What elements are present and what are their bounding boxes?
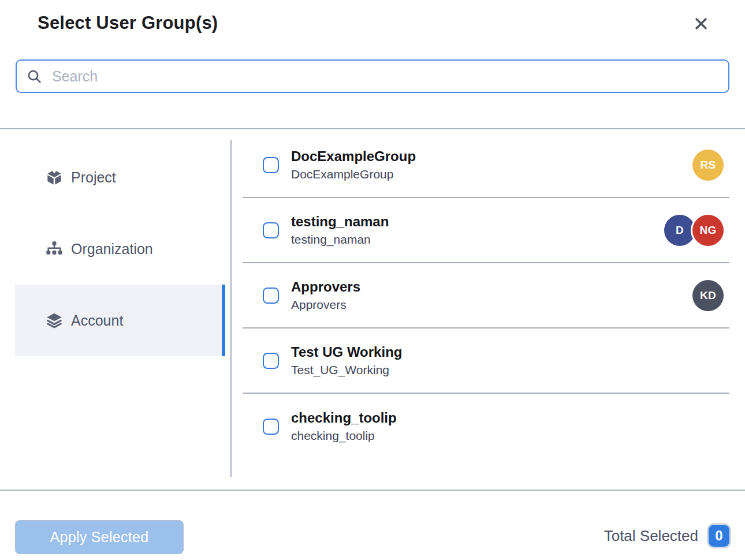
avatar: RS (692, 150, 724, 181)
select-user-groups-dialog: Select User Group(s) ProjectOrganization… (0, 0, 745, 560)
scope-tabs-panel: ProjectOrganizationAccount (0, 129, 232, 490)
group-text: checking_toolipchecking_toolip (291, 410, 397, 443)
user-group-row: checking_toolipchecking_toolip (243, 394, 729, 459)
user-group-row: ApproversApproversKD (243, 263, 729, 328)
group-checkbox[interactable] (263, 288, 279, 304)
close-icon (692, 15, 710, 35)
search-icon (27, 69, 42, 84)
avatar: KD (692, 280, 724, 311)
group-subtitle: Approvers (291, 298, 360, 312)
tab-account[interactable]: Account (15, 285, 225, 356)
group-name: testing_naman (291, 214, 389, 230)
group-name: Test UG Working (291, 344, 402, 360)
total-selected-label: Total Selected (604, 527, 698, 545)
tab-organization[interactable]: Organization (15, 213, 225, 285)
group-text: ApproversApprovers (291, 279, 360, 312)
close-button[interactable] (691, 15, 711, 35)
group-checkbox[interactable] (263, 222, 279, 238)
dialog-header: Select User Group(s) (0, 0, 745, 59)
vertical-divider (230, 140, 232, 477)
member-avatars: KD (692, 280, 724, 311)
group-text: Test UG WorkingTest_UG_Working (291, 344, 402, 377)
avatar: NG (692, 215, 724, 246)
tab-label: Account (71, 312, 123, 329)
group-name: checking_toolip (291, 410, 397, 426)
tab-project[interactable]: Project (15, 141, 225, 213)
user-group-row: testing_namantesting_namanDNG (243, 198, 729, 263)
user-group-row: DocExampleGroupDocExampleGroupRS (243, 133, 729, 198)
dialog-footer: Apply Selected Total Selected 0 (0, 491, 745, 560)
group-checkbox[interactable] (263, 353, 279, 369)
group-subtitle: Test_UG_Working (291, 363, 402, 377)
user-group-row: Test UG WorkingTest_UG_Working (243, 328, 729, 394)
group-checkbox[interactable] (263, 157, 279, 173)
group-subtitle: testing_naman (291, 233, 389, 247)
group-subtitle: DocExampleGroup (291, 167, 416, 181)
group-text: DocExampleGroupDocExampleGroup (291, 148, 416, 181)
group-checkbox[interactable] (263, 419, 279, 435)
cube-icon (46, 169, 62, 185)
org-chart-icon (46, 241, 62, 257)
search-box (16, 59, 729, 93)
dialog-content: ProjectOrganizationAccount DocExampleGro… (0, 129, 745, 490)
layers-icon (46, 312, 62, 328)
member-avatars: RS (692, 150, 724, 181)
group-name: DocExampleGroup (291, 148, 416, 165)
total-selected: Total Selected 0 (604, 525, 729, 547)
avatar: D (664, 215, 695, 246)
total-selected-count-badge: 0 (709, 525, 729, 547)
search-input[interactable] (51, 68, 718, 85)
apply-selected-button[interactable]: Apply Selected (15, 520, 184, 554)
dialog-title: Select User Group(s) (38, 13, 218, 33)
member-avatars: DNG (664, 215, 724, 246)
group-name: Approvers (291, 279, 360, 295)
user-group-list: DocExampleGroupDocExampleGroupRStesting_… (243, 129, 745, 490)
group-text: testing_namantesting_naman (291, 214, 389, 247)
tab-label: Project (71, 169, 116, 186)
tab-label: Organization (71, 241, 153, 257)
group-subtitle: checking_toolip (291, 429, 397, 443)
